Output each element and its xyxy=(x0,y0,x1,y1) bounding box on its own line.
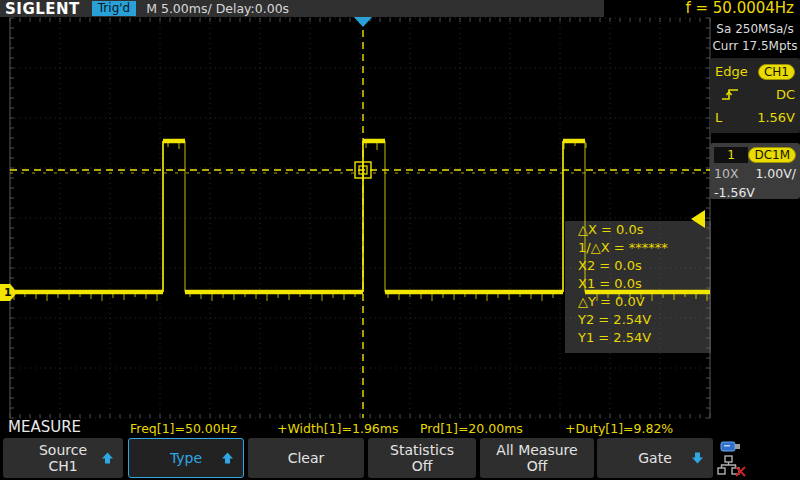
statistics-button-value: Off xyxy=(412,458,433,474)
cursor-inv-delta-x: 1/△X = ****** xyxy=(565,239,711,257)
gate-button[interactable]: Gate xyxy=(597,438,713,478)
usb-icon xyxy=(720,440,744,454)
measurement-period: Prd[1]=20.00ms xyxy=(420,421,523,436)
cursor-x2: X2 = 0.0s xyxy=(565,257,711,275)
cursor-delta-x: △X = 0.0s xyxy=(565,221,711,239)
measurement-duty: +Duty[1]=9.82% xyxy=(565,421,673,436)
trigger-panel[interactable]: Edge CH1 DC L 1.56V xyxy=(710,58,800,133)
device-status-icons xyxy=(717,440,797,478)
clear-button[interactable]: Clear xyxy=(248,438,364,478)
sample-rate: Sa 250MSa/s xyxy=(712,21,798,38)
cursor-readout-box: △X = 0.0s 1/△X = ****** X2 = 0.0s X1 = 0… xyxy=(565,221,711,353)
trigger-source-badge[interactable]: CH1 xyxy=(758,64,795,80)
softkey-menu: Source CH1 Type Clear Statistics Off All… xyxy=(0,438,800,480)
up-arrow-icon xyxy=(221,452,234,465)
gate-button-label: Gate xyxy=(638,450,672,466)
source-button-value: CH1 xyxy=(48,458,77,474)
memory-depth: Curr 17.5Mpts xyxy=(712,38,798,55)
timebase-readout[interactable]: M 5.00ms/ Delay:0.00s xyxy=(146,1,289,16)
acquisition-info: Sa 250MSa/s Curr 17.5Mpts xyxy=(712,21,798,55)
trigger-level-value: 1.56V xyxy=(757,110,795,125)
clear-button-label: Clear xyxy=(288,450,325,466)
down-arrow-icon xyxy=(691,452,704,465)
cursor-y2: Y2 = 2.54V xyxy=(565,311,711,329)
up-arrow-icon xyxy=(101,452,114,465)
type-button-label: Type xyxy=(170,450,202,466)
source-button-label: Source xyxy=(39,442,87,458)
top-status-bar: SIGLENT Trig'd M 5.00ms/ Delay:0.00s f =… xyxy=(0,0,800,17)
measurement-freq: Freq[1]=50.00Hz xyxy=(130,421,237,436)
lan-disconnected-icon xyxy=(717,455,747,477)
source-button[interactable]: Source CH1 xyxy=(3,438,123,478)
rising-edge-icon xyxy=(721,87,741,102)
frequency-counter: f = 50.0004Hz xyxy=(604,0,800,17)
channel-number[interactable]: 1 xyxy=(714,147,748,163)
all-measure-button-label: All Measure xyxy=(496,442,577,458)
measure-title: MEASURE xyxy=(8,418,81,436)
vertical-offset: -1.56V xyxy=(714,185,755,200)
statistics-button[interactable]: Statistics Off xyxy=(368,438,476,478)
type-button[interactable]: Type xyxy=(128,438,244,478)
cursor-x1: X1 = 0.0s xyxy=(565,275,711,293)
vertical-scale: 1.00V/ xyxy=(755,166,796,181)
siglent-logo: SIGLENT xyxy=(5,0,80,18)
probe-attenuation: 10X xyxy=(714,166,738,181)
statistics-button-label: Statistics xyxy=(390,442,454,458)
channel1-panel[interactable]: 1 DC1M 10X 1.00V/ -1.56V xyxy=(710,143,800,199)
channel-coupling-badge[interactable]: DC1M xyxy=(748,147,796,163)
cursor-y1: Y1 = 2.54V xyxy=(565,329,711,347)
measurement-pwidth: +Width[1]=1.96ms xyxy=(277,421,399,436)
all-measure-button-value: Off xyxy=(527,458,548,474)
oscilloscope-screen: △X = 0.0s 1/△X = ****** X2 = 0.0s X1 = 0… xyxy=(0,0,800,480)
trigger-level-label: L xyxy=(715,110,722,125)
cursor-delta-y: △Y = 0.0V xyxy=(565,293,711,311)
trigger-coupling[interactable]: DC xyxy=(776,87,795,102)
trigger-status-badge: Trig'd xyxy=(92,1,136,16)
all-measure-button[interactable]: All Measure Off xyxy=(480,438,594,478)
trigger-type[interactable]: Edge xyxy=(715,64,748,79)
